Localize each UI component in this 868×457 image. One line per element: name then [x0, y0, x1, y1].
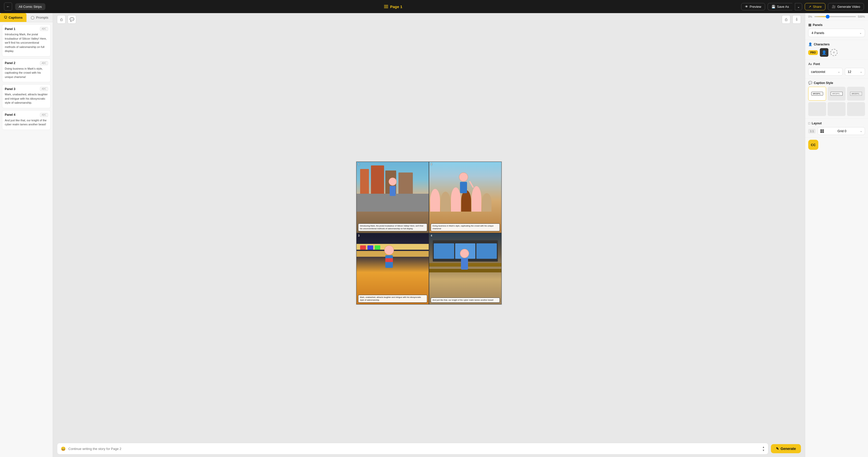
panel-2-caption: Doing business in Mark's style, captivat…: [431, 223, 500, 231]
comment-button[interactable]: 💬: [68, 15, 76, 24]
caption-style-5[interactable]: [828, 102, 845, 116]
arrow-down-icon[interactable]: ▼: [762, 449, 765, 452]
layout-icon: □: [808, 121, 810, 125]
person-icon: 👤: [822, 50, 827, 55]
font-icon: A₀: [808, 62, 812, 66]
panels-list: Panel 1 ABC Introducing Mark, the jovial…: [0, 22, 53, 457]
panel-3-title: Panel 3: [5, 87, 16, 91]
comic-canvas: 1 Introducing Mark, the jovial troubadou…: [356, 161, 502, 305]
chevron-down-icon: ⌄: [860, 129, 862, 133]
list-item: Panel 1 ABC Introducing Mark, the jovial…: [2, 24, 51, 57]
pen-icon: ✎: [776, 447, 779, 451]
font-size-dropdown[interactable]: 12 ⌄: [845, 68, 865, 76]
zoom-slider[interactable]: [814, 16, 856, 17]
font-family-dropdown[interactable]: cartoonist ⌄: [808, 68, 843, 76]
pro-character-badge[interactable]: PRO: [808, 50, 818, 55]
back-button[interactable]: ←: [4, 2, 12, 10]
font-row: cartoonist ⌄ 12 ⌄: [808, 68, 865, 76]
layout-section: □ Layout 1:1 Grid 0 ⌄: [805, 119, 868, 138]
prompt-input-container: 😀 ▲ ▼: [57, 443, 768, 455]
panels-icon: ▦: [808, 23, 811, 27]
caption-style-2[interactable]: ARCEFG...: [828, 87, 845, 101]
comic-panel-3[interactable]: 3 Mark, unabashed, attracts laughter and…: [356, 233, 429, 304]
abc-icon[interactable]: ABC: [40, 27, 48, 31]
list-item: Panel 3 ABC Mark, unabashed, attracts la…: [2, 84, 51, 108]
chevron-down-icon: ⌄: [860, 31, 862, 35]
generate-video-button[interactable]: 🎥 Generate Video: [828, 3, 864, 10]
caption-style-4[interactable]: [808, 102, 826, 116]
characters-row: PRO 👤 +: [808, 48, 865, 57]
hamburger-icon: [384, 5, 388, 8]
panel-number-3: 3: [358, 234, 360, 237]
panel-item-header: Panel 2 ABC: [5, 61, 48, 65]
prompt-input[interactable]: [68, 447, 760, 451]
layout-dropdown[interactable]: Grid 0 ⌄: [817, 127, 865, 135]
duplicate-button[interactable]: ⎙: [782, 15, 790, 24]
abc-icon[interactable]: ABC: [40, 87, 48, 91]
panel-number-2: 2: [431, 163, 432, 166]
video-icon: 🎥: [832, 5, 836, 8]
panel-item-header: Panel 3 ABC: [5, 87, 48, 91]
caption-preview-1: ARCEFG...: [811, 92, 823, 96]
caption-preview-3: ARCEFG...: [850, 92, 862, 96]
copy-button[interactable]: ⎙: [57, 15, 66, 24]
panel-2-text: Doing business in Mark's style, captivat…: [5, 67, 48, 79]
topbar: ← All Comic Strips Page 1 👁 Preview 💾 Sa…: [0, 0, 868, 13]
cc-button[interactable]: CC: [808, 140, 818, 150]
download-button[interactable]: ⇩: [792, 15, 801, 24]
grid-icon: [820, 129, 824, 133]
saveas-caret-button[interactable]: ⌄: [795, 3, 802, 10]
topbar-right: 👁 Preview 💾 Save As ⌄ ↗ Share 🎥 Generate…: [741, 3, 864, 10]
caption-style-3[interactable]: ARCEFG...: [847, 87, 865, 101]
abc-icon[interactable]: ABC: [40, 113, 48, 117]
chevron-down-icon: ⌄: [860, 70, 862, 73]
layout-section-title: □ Layout: [808, 121, 865, 125]
project-title-button[interactable]: All Comic Strips: [15, 3, 45, 10]
panel-2-title: Panel 2: [5, 61, 16, 65]
tab-captions[interactable]: 🗨 Captions: [0, 13, 27, 22]
generate-button[interactable]: ✎ Generate: [771, 444, 801, 453]
tab-prompts[interactable]: ◯ Prompts: [27, 13, 53, 22]
panels-section-title: ▦ Panels: [808, 23, 865, 27]
tabs-row: 🗨 Captions ◯ Prompts: [0, 13, 53, 22]
list-item: Panel 2 ABC Doing business in Mark's sty…: [2, 59, 51, 83]
comic-toolbar-left: ⎙ 💬: [57, 15, 76, 24]
comic-panel-4[interactable]: 4 And just like that, our knight of the …: [429, 233, 502, 304]
comic-panel-2[interactable]: 2 Doing business in Mark's style, captiv…: [429, 162, 502, 233]
share-button[interactable]: ↗ Share: [805, 3, 826, 10]
arrow-up-icon[interactable]: ▲: [762, 446, 765, 449]
panel-number-1: 1: [358, 163, 360, 166]
characters-section: 👤 Characters PRO 👤 +: [805, 40, 868, 60]
caption-preview-2: ARCEFG...: [831, 92, 842, 96]
characters-section-title: 👤 Characters: [808, 42, 865, 46]
panel-item-header: Panel 4 ABC: [5, 113, 48, 117]
abc-icon[interactable]: ABC: [40, 61, 48, 65]
caption-style-section: 💬 Caption Style ARCEFG... ARCEFG... ARCE…: [805, 79, 868, 119]
caption-style-6[interactable]: [847, 102, 865, 116]
panel-3-caption: Mark, unabashed, attracts laughter and i…: [358, 295, 427, 303]
panels-section: ▦ Panels 4 Panels ⌄: [805, 21, 868, 40]
page-title: Page 1: [49, 4, 738, 9]
dark-character-badge[interactable]: 👤: [820, 48, 829, 57]
left-panel: 🗨 Captions ◯ Prompts Panel 1 ABC Introdu…: [0, 13, 53, 457]
right-panel: 0% 500% ▦ Panels 4 Panels ⌄ 👤 Characters…: [805, 13, 868, 457]
add-character-button[interactable]: +: [830, 49, 837, 56]
prompt-icon: ◯: [31, 16, 35, 20]
font-section: A₀ Font cartoonist ⌄ 12 ⌄: [805, 60, 868, 79]
save-icon: 💾: [771, 5, 775, 8]
preview-button[interactable]: 👁 Preview: [741, 3, 765, 10]
characters-icon: 👤: [808, 42, 812, 46]
panel-3-text: Mark, unabashed, attracts laughter and i…: [5, 92, 48, 105]
prompt-smile-icon: 😀: [61, 447, 66, 451]
panels-dropdown[interactable]: 4 Panels ⌄: [808, 29, 865, 37]
caption-style-1[interactable]: ARCEFG...: [808, 87, 826, 101]
comic-canvas-wrapper: 1 Introducing Mark, the jovial troubadou…: [53, 26, 805, 440]
caption-styles-grid: ARCEFG... ARCEFG... ARCEFG...: [808, 87, 865, 116]
comic-panel-1[interactable]: 1 Introducing Mark, the jovial troubadou…: [356, 162, 429, 233]
saveas-button[interactable]: 💾 Save As: [768, 3, 793, 10]
list-item: Panel 4 ABC And just like that, our knig…: [2, 110, 51, 130]
chevron-down-icon: ⌄: [838, 70, 840, 73]
panel-4-caption: And just like that, our knight of the cy…: [431, 298, 500, 303]
panel-1-caption: Introducing Mark, the jovial troubadour …: [358, 223, 427, 231]
caption-style-section-title: 💬 Caption Style: [808, 81, 865, 85]
